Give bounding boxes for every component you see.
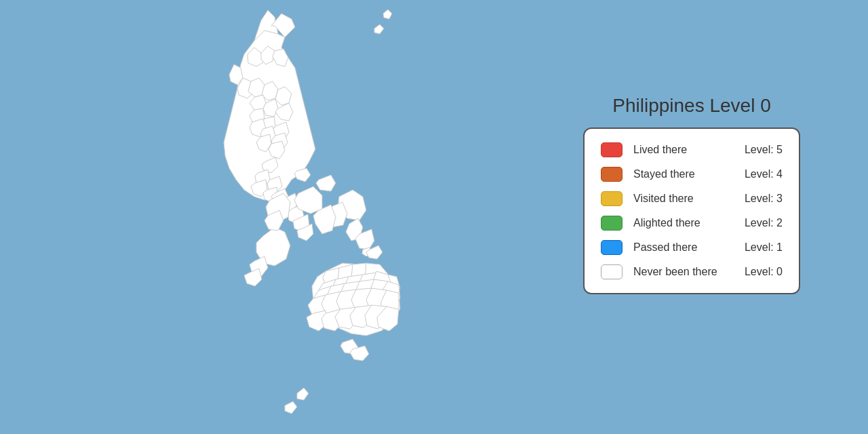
svg-marker-39 — [316, 175, 336, 191]
svg-marker-79 — [374, 24, 384, 34]
legend-color-swatch — [601, 240, 623, 255]
legend-level: Level: 2 — [745, 217, 783, 229]
legend-level: Level: 1 — [745, 241, 783, 254]
legend-level: Level: 3 — [745, 193, 783, 205]
legend-color-swatch — [601, 264, 623, 279]
svg-marker-78 — [383, 9, 392, 19]
legend-box: Lived thereLevel: 5Stayed thereLevel: 4V… — [583, 127, 800, 294]
legend-color-swatch — [601, 216, 623, 231]
legend-item: Never been thereLevel: 0 — [601, 264, 783, 279]
svg-marker-43 — [244, 269, 262, 286]
legend-color-swatch — [601, 142, 623, 157]
legend-color-swatch — [601, 191, 623, 206]
legend-label: Lived there — [633, 144, 736, 156]
legend-color-swatch — [601, 167, 623, 182]
legend-label: Visited there — [633, 193, 736, 205]
legend-level: Level: 4 — [745, 168, 783, 180]
legend-item: Alighted thereLevel: 2 — [601, 216, 783, 231]
legend-level: Level: 5 — [745, 144, 783, 156]
svg-marker-80 — [297, 388, 309, 400]
philippines-map — [54, 0, 475, 434]
legend-level: Level: 0 — [745, 266, 783, 278]
legend-label: Stayed there — [633, 168, 736, 180]
legend-item: Lived thereLevel: 5 — [601, 142, 783, 157]
legend-label: Passed there — [633, 241, 736, 254]
svg-marker-81 — [285, 401, 297, 414]
legend-item: Stayed thereLevel: 4 — [601, 167, 783, 182]
legend-label: Never been there — [633, 266, 736, 278]
map-title: Philippines Level 0 — [583, 95, 800, 117]
legend-item: Passed thereLevel: 1 — [601, 240, 783, 255]
legend-label: Alighted there — [633, 217, 736, 229]
legend-item: Visited thereLevel: 3 — [601, 191, 783, 206]
legend-area: Philippines Level 0 Lived thereLevel: 5S… — [583, 95, 800, 294]
